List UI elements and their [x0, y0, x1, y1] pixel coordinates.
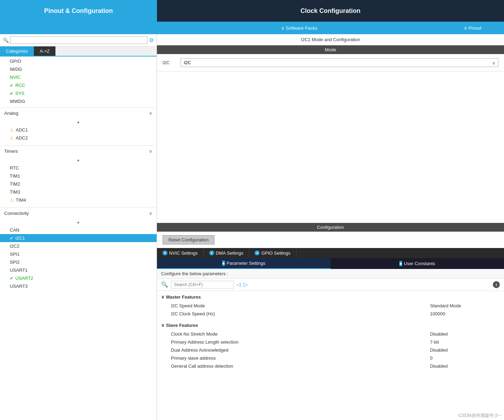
timers-collapse-arrow[interactable]: ▲ [0, 157, 157, 163]
list-item-rtc[interactable]: RTC [0, 164, 157, 172]
list-item-nvic[interactable]: NVIC [0, 73, 157, 81]
pinout-config-header: Pinout & Configuration [0, 0, 157, 22]
search-params-input[interactable] [171, 281, 234, 288]
left-panel: 🔍 ⚙ Categories A->Z GPIO IWDG [0, 34, 157, 420]
analog-header[interactable]: Analog ∨ [0, 107, 157, 119]
list-item-i2c2[interactable]: I2C2 [0, 242, 157, 250]
list-item-spi2[interactable]: SPI2 [0, 258, 157, 266]
sub-header-right: ∨ Software Packs ∨ Pinout [157, 22, 504, 34]
config-tabs-row2: ● Parameter Settings ● User Constants [157, 258, 504, 269]
master-features-group: ∨ Master Features I2C Speed Mode Standar… [157, 291, 504, 319]
nvic-tab-icon: ● [163, 250, 167, 255]
analog-chevron-icon: ∨ [149, 111, 152, 116]
param-row-primary-address-length: Primary Address Length selection 7-bit [157, 338, 504, 346]
list-item-wwdg[interactable]: WWDG [0, 97, 157, 105]
tab-az[interactable]: A->Z [34, 46, 56, 56]
param-tab-icon: ● [222, 261, 225, 266]
mode-select-wrapper: I2C Disabled SMBus Alert SMBus Device SM… [181, 58, 498, 67]
pinout-button[interactable]: ∨ Pinout [441, 25, 504, 31]
tab-dma-settings[interactable]: ● DMA Settings [204, 248, 249, 258]
list-item-tim3[interactable]: TIM3 [0, 188, 157, 196]
next-nav-icon[interactable]: ▷ [243, 281, 248, 288]
search-input[interactable] [10, 36, 148, 44]
system-core-list: GPIO IWDG NVIC ✔ RCC ✔ SYS WWDG [0, 57, 157, 106]
master-features-title[interactable]: ∨ Master Features [157, 292, 504, 302]
reset-btn-row: Reset Configuration [157, 232, 504, 248]
user-const-tab-icon: ● [399, 261, 402, 266]
timers-chevron-icon: ∨ [149, 149, 152, 154]
tab-nvic-settings[interactable]: ● NVIC Settings [157, 248, 204, 258]
top-header: Pinout & Configuration Clock Configurati… [0, 0, 504, 22]
list-item-iwdg[interactable]: IWDG [0, 65, 157, 73]
list-item-can[interactable]: CAN [0, 226, 157, 234]
info-icon[interactable]: i [493, 281, 500, 288]
gear-icon[interactable]: ⚙ [149, 37, 154, 44]
timers-header[interactable]: Timers ∨ [0, 145, 157, 157]
search-params-icon: 🔍 [161, 281, 168, 288]
left-tab-bar: Categories A->Z [0, 46, 157, 57]
main-content: 🔍 ⚙ Categories A->Z GPIO IWDG [0, 34, 504, 420]
timers-section: Timers ∨ ▲ RTC TIM1 TIM2 TIM3 [0, 144, 157, 206]
list-item-sys[interactable]: ✔ SYS [0, 89, 157, 97]
config-section-header: Configuration [157, 223, 504, 232]
i2c-mode-label: I2C [163, 60, 176, 65]
clock-config-title: Clock Configuration [301, 7, 361, 15]
tab-user-constants[interactable]: ● User Constants [331, 258, 504, 269]
list-item-spi1[interactable]: SPI1 [0, 250, 157, 258]
search-bar: 🔍 ⚙ [0, 34, 157, 46]
sub-header: ∨ Software Packs ∨ Pinout [0, 22, 504, 34]
list-item-adc2[interactable]: ⚠ ADC2 [0, 134, 157, 142]
list-item-rcc[interactable]: ✔ RCC [0, 81, 157, 89]
dma-tab-icon: ● [209, 250, 214, 255]
search-params: 🔍 ◁ ▷ i [157, 279, 504, 291]
timers-list: RTC TIM1 TIM2 TIM3 ⚠ TIM4 [0, 163, 157, 205]
connectivity-collapse-arrow[interactable]: ▲ [0, 219, 157, 225]
analog-section: Analog ∨ ▲ ⚠ ADC1 ⚠ ADC2 [0, 106, 157, 144]
connectivity-section: Connectivity ∨ ▲ CAN ✔ I2C1 I2C2 [0, 206, 157, 292]
tab-gpio-settings[interactable]: ● GPIO Settings [249, 248, 296, 258]
watermark: CSDN@诗酒趁年少~ [458, 412, 501, 419]
list-item-usart2[interactable]: ✔ USART2 [0, 274, 157, 282]
left-panel-content[interactable]: GPIO IWDG NVIC ✔ RCC ✔ SYS WWDG [0, 57, 157, 420]
list-item-usart3[interactable]: USART3 [0, 282, 157, 290]
search-icon: 🔍 [3, 37, 9, 43]
list-item-adc1[interactable]: ⚠ ADC1 [0, 126, 157, 134]
mode-section-header: Mode [157, 45, 504, 54]
slave-features-title[interactable]: ∨ Slave Features [157, 321, 504, 330]
gpio-tab-icon: ● [255, 250, 259, 255]
connectivity-list: CAN ✔ I2C1 I2C2 SPI1 SPI2 [0, 225, 157, 291]
sub-header-left-spacer [0, 22, 157, 34]
param-row-clock-no-stretch: Clock No Stretch Mode Disabled [157, 330, 504, 338]
prev-nav-icon[interactable]: ◁ [236, 281, 241, 288]
tab-parameter-settings[interactable]: ● Parameter Settings [157, 258, 331, 269]
clock-config-header: Clock Configuration [157, 0, 504, 22]
list-item-tim4[interactable]: ⚠ TIM4 [0, 196, 157, 204]
analog-list: ⚠ ADC1 ⚠ ADC2 [0, 125, 157, 143]
param-row-general-call: General Call address detection Disabled [157, 362, 504, 370]
list-item-tim1[interactable]: TIM1 [0, 172, 157, 180]
tab-categories[interactable]: Categories [0, 46, 34, 56]
config-tabs-row1: ● NVIC Settings ● DMA Settings ● GPIO Se… [157, 248, 504, 258]
analog-collapse-arrow[interactable]: ▲ [0, 119, 157, 125]
right-panel: I2C1 Mode and Configuration Mode I2C I2C… [157, 34, 504, 420]
pinout-config-title: Pinout & Configuration [44, 7, 113, 15]
configure-bar: Configure the below parameters : [157, 269, 504, 279]
param-row-dual-address: Dual Address Acknowledged Disabled [157, 346, 504, 354]
list-item-usart1[interactable]: USART1 [0, 266, 157, 274]
param-row-i2c-clock-speed: I2C Clock Speed (Hz) 100000 [157, 310, 504, 318]
software-packs-button[interactable]: ∨ Software Packs [157, 25, 441, 31]
param-row-primary-slave-address: Primary slave address 0 [157, 354, 504, 362]
list-item-tim2[interactable]: TIM2 [0, 180, 157, 188]
connectivity-chevron-icon: ∨ [149, 211, 152, 216]
mode-content: I2C I2C Disabled SMBus Alert SMBus Devic… [157, 54, 504, 72]
params-content: Configure the below parameters : 🔍 ◁ ▷ i… [157, 269, 504, 420]
reset-configuration-button[interactable]: Reset Configuration [163, 235, 215, 245]
list-item-i2c1[interactable]: ✔ I2C1 [0, 234, 157, 242]
mode-spacer [157, 72, 504, 223]
i2c-title: I2C1 Mode and Configuration [157, 34, 504, 45]
mode-select[interactable]: I2C Disabled SMBus Alert SMBus Device SM… [181, 58, 498, 67]
param-row-i2c-speed-mode: I2C Speed Mode Standard Mode [157, 302, 504, 310]
slave-features-group: ∨ Slave Features Clock No Stretch Mode D… [157, 319, 504, 372]
connectivity-header[interactable]: Connectivity ∨ [0, 208, 157, 219]
list-item-gpio[interactable]: GPIO [0, 57, 157, 65]
